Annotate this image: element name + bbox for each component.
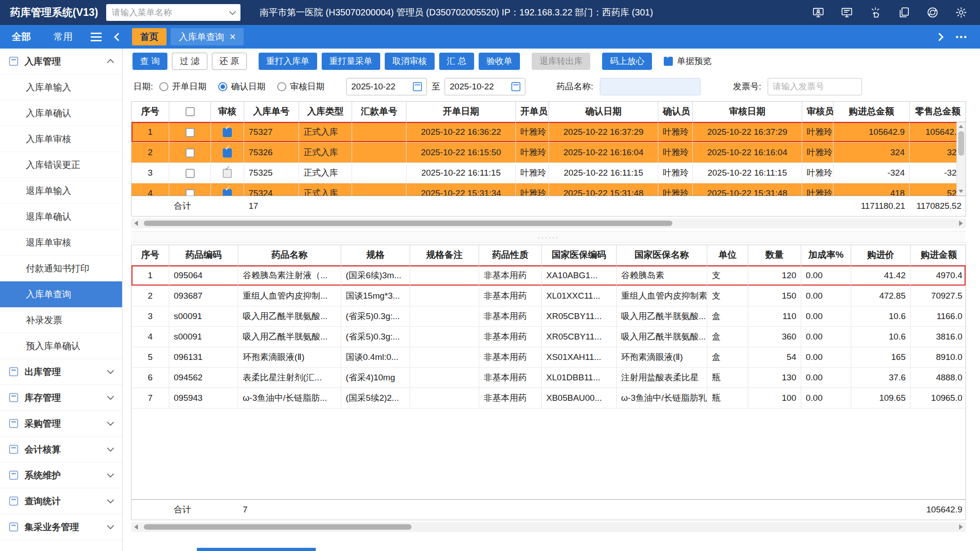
select-checkbox[interactable] bbox=[186, 189, 195, 196]
sidebar-item[interactable]: 预入库单确认 bbox=[0, 333, 122, 359]
column-header[interactable]: 汇款单号 bbox=[352, 102, 407, 122]
date-from-input[interactable]: 2025-10-22 bbox=[346, 78, 427, 95]
column-header[interactable]: 数量 bbox=[748, 245, 801, 266]
table-row[interactable]: 1095064谷赖胰岛素注射液（...(国采6续)3m...非基本用药XA10A… bbox=[132, 266, 965, 286]
column-header[interactable]: 审核日期 bbox=[693, 102, 802, 122]
summary-button[interactable]: 汇 总 bbox=[439, 53, 474, 70]
table-row[interactable]: 2093687重组人血管内皮抑制...国谈15mg*3...非基本用药XL01X… bbox=[132, 286, 965, 306]
select-all-checkbox[interactable] bbox=[186, 107, 195, 116]
column-header[interactable]: 审核 bbox=[211, 102, 244, 122]
sidebar-item[interactable]: 退库单输入 bbox=[0, 178, 122, 204]
document-preview-toggle[interactable]: 单据预览 bbox=[664, 55, 711, 67]
column-header[interactable]: 药品性质 bbox=[479, 245, 542, 266]
sidebar-item[interactable]: 入库错误更正 bbox=[0, 152, 122, 178]
column-header[interactable]: 确认日期 bbox=[549, 102, 658, 122]
code-safety-button[interactable]: 码上放心 bbox=[602, 53, 652, 70]
nav-tab-frequent[interactable]: 常用 bbox=[54, 30, 73, 43]
cancel-audit-button[interactable]: 取消审核 bbox=[385, 53, 435, 70]
date-to-input[interactable]: 2025-10-22 bbox=[445, 78, 525, 95]
column-header[interactable]: 药品编码 bbox=[169, 245, 238, 266]
table-row[interactable]: 275326正式入库2025-10-22 16:15:50叶雅玲2025-10-… bbox=[132, 143, 965, 163]
audit-checkbox[interactable] bbox=[223, 169, 232, 178]
sidebar-section-accounting[interactable]: 会计核算 bbox=[0, 437, 122, 462]
column-header[interactable]: 购进金额 bbox=[911, 245, 967, 266]
column-header[interactable]: 国家医保名称 bbox=[617, 245, 707, 266]
page-bottom-scrollbar[interactable] bbox=[197, 548, 316, 551]
sidebar-section-inbound-management[interactable]: 入库管理 bbox=[0, 49, 122, 74]
sidebar-section-inventory-management[interactable]: 库存管理 bbox=[0, 385, 122, 411]
acceptance-sheet-button[interactable]: 验收单 bbox=[479, 53, 520, 70]
sidebar-section-central-procurement[interactable]: 集采业务管理 bbox=[0, 514, 122, 540]
select-checkbox[interactable] bbox=[186, 148, 195, 157]
sidebar-section-purchase-management[interactable]: 采购管理 bbox=[0, 411, 122, 437]
scroll-thumb[interactable] bbox=[144, 524, 412, 530]
audit-checkbox[interactable] bbox=[223, 189, 232, 196]
calendar-icon[interactable] bbox=[413, 82, 422, 91]
sidebar-section-outbound-management[interactable]: 出库管理 bbox=[0, 359, 122, 385]
copy-documents-icon[interactable] bbox=[898, 6, 910, 19]
reprint-volume-purchase-button[interactable]: 重打量采单 bbox=[322, 53, 380, 70]
select-checkbox[interactable] bbox=[186, 128, 195, 137]
query-monitor-icon[interactable] bbox=[841, 6, 853, 19]
menu-search-select[interactable]: 请输入菜单名称 bbox=[106, 4, 240, 21]
reprint-inbound-order-button[interactable]: 重打入库单 bbox=[259, 53, 317, 70]
column-header[interactable]: 零售总金额 bbox=[910, 102, 966, 122]
radio-audit-date[interactable]: 审核日期 bbox=[277, 81, 324, 93]
column-header[interactable]: 规格备注 bbox=[410, 245, 479, 266]
tab-home[interactable]: 首页 bbox=[132, 28, 167, 45]
column-header[interactable]: 入库单号 bbox=[244, 102, 299, 122]
column-header[interactable]: 购进价 bbox=[851, 245, 911, 266]
column-header[interactable]: 购进总金额 bbox=[833, 102, 910, 122]
column-header[interactable]: 加成率% bbox=[801, 245, 851, 266]
scroll-right-arrow-icon[interactable] bbox=[956, 218, 966, 228]
select-checkbox[interactable] bbox=[186, 169, 195, 178]
column-header[interactable]: 入库类型 bbox=[299, 102, 352, 122]
close-icon[interactable]: × bbox=[230, 32, 235, 42]
tab-scroll-right-icon[interactable] bbox=[935, 33, 943, 41]
column-header[interactable]: 开单员 bbox=[516, 102, 549, 122]
table-row[interactable]: 7095943ω-3鱼油中/长链脂肪...(国采5续2)2...非基本用药XB0… bbox=[132, 388, 965, 408]
column-header[interactable]: 药品名称 bbox=[238, 245, 341, 266]
orders-hscrollbar[interactable] bbox=[131, 218, 966, 228]
filter-button[interactable]: 过 滤 bbox=[172, 53, 207, 70]
tab-inbound-order-query[interactable]: 入库单查询× bbox=[171, 28, 244, 45]
column-header[interactable] bbox=[169, 102, 211, 122]
sidebar-item[interactable]: 退库单审核 bbox=[0, 230, 122, 256]
column-header[interactable]: 序号 bbox=[132, 102, 169, 122]
column-header[interactable]: 序号 bbox=[132, 245, 169, 266]
column-header[interactable]: 开单日期 bbox=[407, 102, 516, 122]
switch-user-icon[interactable] bbox=[926, 6, 939, 19]
remote-desktop-icon[interactable] bbox=[812, 6, 824, 19]
table-row[interactable]: 375325正式入库2025-10-22 16:11:15叶雅玲2025-10-… bbox=[132, 163, 965, 183]
column-header[interactable]: 单位 bbox=[707, 245, 748, 266]
audit-checkbox[interactable] bbox=[223, 148, 232, 157]
drug-name-input[interactable] bbox=[600, 78, 701, 95]
sidebar-item[interactable]: 入库单审核 bbox=[0, 126, 122, 152]
table-row[interactable]: 475324正式入库2025-10-22 15:31:34叶雅玲2025-10-… bbox=[132, 183, 965, 196]
sidebar-item[interactable]: 入库单输入 bbox=[0, 74, 122, 100]
table-row[interactable]: 6094562表柔比星注射剂(汇...(省采4)10mg非基本用药XL01DBB… bbox=[132, 368, 965, 388]
sidebar-item[interactable]: 付款通知书打印 bbox=[0, 256, 122, 281]
menu-collapse-icon[interactable] bbox=[91, 36, 102, 38]
sidebar-item[interactable]: 退库单确认 bbox=[0, 204, 122, 230]
tab-more-icon[interactable] bbox=[956, 36, 958, 38]
radio-confirm-date[interactable]: 确认日期 bbox=[218, 81, 265, 93]
settings-gear-icon[interactable] bbox=[955, 6, 967, 19]
scroll-left-arrow-icon[interactable] bbox=[131, 522, 141, 532]
table-row[interactable]: 4s00091吸入用乙酰半胱氨酸...(省采5)0.3g:...非基本用药XR0… bbox=[132, 327, 965, 347]
preview-checkbox[interactable] bbox=[664, 57, 673, 66]
invoice-input[interactable] bbox=[768, 78, 862, 95]
audit-checkbox[interactable] bbox=[223, 128, 232, 137]
details-hscrollbar[interactable] bbox=[131, 522, 966, 532]
column-header[interactable]: 规格 bbox=[341, 245, 410, 266]
restore-button[interactable]: 还 原 bbox=[212, 53, 247, 70]
table-row[interactable]: 175327正式入库2025-10-22 16:36:22叶雅玲2025-10-… bbox=[132, 122, 965, 143]
column-header[interactable]: 审核员 bbox=[802, 102, 833, 122]
sidebar-item[interactable]: 补录发票 bbox=[0, 307, 122, 333]
query-button[interactable]: 查 询 bbox=[132, 53, 167, 70]
scroll-thumb[interactable] bbox=[958, 131, 964, 156]
hand-click-icon[interactable] bbox=[869, 6, 882, 19]
panel-splitter[interactable]: ······ bbox=[131, 231, 966, 243]
radio-open-date[interactable]: 开单日期 bbox=[159, 81, 206, 93]
scroll-right-arrow-icon[interactable] bbox=[956, 522, 966, 532]
